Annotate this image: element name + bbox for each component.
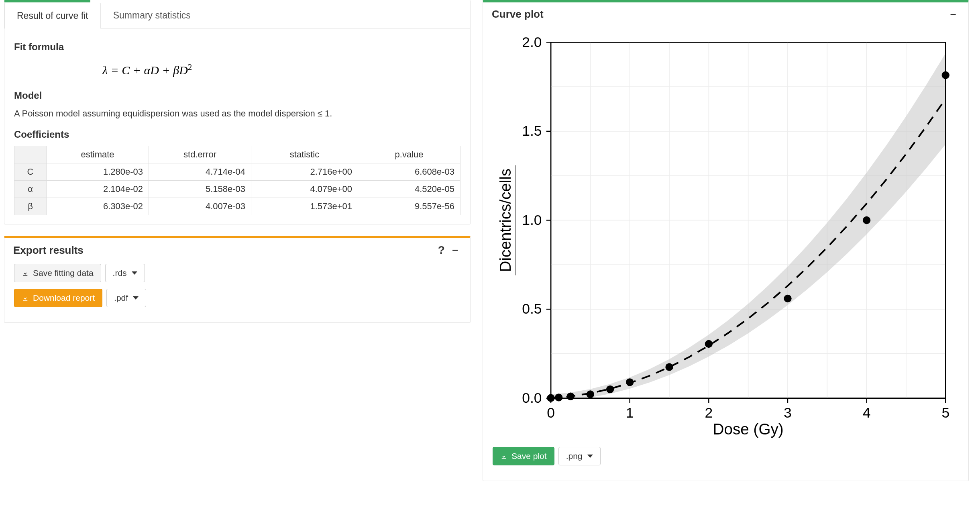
col-statistic: statistic — [251, 146, 358, 163]
svg-point-25 — [784, 295, 791, 302]
export-panel-title: Export results — [13, 244, 84, 257]
svg-text:0.0: 0.0 — [522, 390, 542, 406]
chevron-down-icon — [587, 455, 593, 458]
svg-text:2.0: 2.0 — [522, 34, 542, 50]
save-fitting-data-label: Save fitting data — [33, 268, 94, 278]
svg-text:1.0: 1.0 — [522, 212, 542, 228]
chevron-down-icon — [133, 296, 139, 300]
row-name: α — [14, 181, 47, 198]
col-estimate: estimate — [47, 146, 149, 163]
save-plot-format-dropdown[interactable]: .png — [558, 447, 601, 465]
row-name: C — [14, 163, 47, 181]
download-report-format-value: .pdf — [114, 293, 128, 303]
download-icon — [22, 269, 29, 277]
download-icon — [500, 453, 507, 460]
cell-stderr: 4.714e-04 — [149, 163, 251, 181]
cell-pvalue: 6.608e-03 — [358, 163, 460, 181]
svg-point-18 — [555, 394, 562, 401]
save-plot-format-value: .png — [566, 451, 583, 461]
svg-point-23 — [665, 363, 673, 371]
svg-text:0.5: 0.5 — [522, 301, 542, 317]
svg-point-20 — [587, 390, 594, 398]
save-plot-label: Save plot — [511, 451, 547, 461]
chevron-down-icon — [132, 271, 137, 275]
svg-text:1.5: 1.5 — [522, 123, 542, 139]
cell-statistic: 4.079e+00 — [251, 181, 358, 198]
export-results-panel: Export results ? − Save fitting data .rd… — [4, 236, 471, 323]
fit-formula-heading: Fit formula — [14, 41, 460, 53]
collapse-icon[interactable]: − — [947, 9, 959, 20]
download-report-label: Download report — [33, 293, 95, 303]
svg-text:0: 0 — [547, 405, 555, 421]
svg-text:Dose (Gy): Dose (Gy) — [713, 420, 784, 438]
tab-result-of-curve-fit[interactable]: Result of curve fit — [4, 3, 101, 29]
curve-plot-chart: 0123450.00.51.01.52.0Dose (Gy)Dicentrics… — [493, 29, 959, 444]
svg-point-21 — [606, 385, 614, 393]
coefficients-heading: Coefficients — [14, 129, 460, 140]
save-fitting-data-button[interactable]: Save fitting data — [14, 264, 101, 282]
save-plot-button[interactable]: Save plot — [493, 447, 554, 465]
cell-statistic: 2.716e+00 — [251, 163, 358, 181]
svg-text:3: 3 — [784, 405, 792, 421]
model-heading: Model — [14, 90, 460, 101]
model-description: A Poisson model assuming equidispersion … — [14, 107, 460, 120]
table-row: β6.303e-024.007e-031.573e+019.557e-56 — [14, 198, 460, 215]
cell-stderr: 5.158e-03 — [149, 181, 251, 198]
svg-point-19 — [567, 393, 575, 400]
collapse-icon[interactable]: − — [449, 245, 461, 255]
download-report-format-dropdown[interactable]: .pdf — [106, 289, 146, 307]
cell-pvalue: 9.557e-56 — [358, 198, 460, 215]
svg-text:Dicentrics/cells: Dicentrics/cells — [497, 169, 514, 272]
svg-text:5: 5 — [941, 405, 949, 421]
download-icon — [22, 294, 29, 302]
col-pvalue: p.value — [358, 146, 460, 163]
cell-statistic: 1.573e+01 — [251, 198, 358, 215]
curve-plot-title: Curve plot — [492, 8, 544, 20]
svg-point-26 — [863, 216, 870, 224]
save-fitting-format-value: .rds — [113, 268, 127, 278]
cell-estimate: 2.104e-02 — [47, 181, 149, 198]
svg-text:1: 1 — [626, 405, 634, 421]
curve-plot-panel: Curve plot − 0123450.00.51.01.52.0Dose (… — [483, 0, 969, 481]
table-row: α2.104e-025.158e-034.079e+004.520e-05 — [14, 181, 460, 198]
tabs-bar: Result of curve fit Summary statistics — [4, 2, 470, 29]
help-icon[interactable]: ? — [434, 244, 449, 257]
table-row: C1.280e-034.714e-042.716e+006.608e-03 — [14, 163, 460, 181]
svg-point-22 — [626, 378, 634, 386]
row-name: β — [14, 198, 47, 215]
download-report-button[interactable]: Download report — [14, 289, 102, 307]
col-stderr: std.error — [149, 146, 251, 163]
coefficients-table: estimate std.error statistic p.value C1.… — [14, 146, 460, 215]
table-corner — [14, 146, 47, 163]
cell-stderr: 4.007e-03 — [149, 198, 251, 215]
save-fitting-format-dropdown[interactable]: .rds — [105, 264, 145, 282]
fit-results-panel: Result of curve fit Summary statistics F… — [4, 0, 471, 224]
svg-text:4: 4 — [863, 405, 871, 421]
tab-summary-statistics[interactable]: Summary statistics — [101, 2, 203, 28]
cell-estimate: 1.280e-03 — [47, 163, 149, 181]
svg-point-24 — [705, 340, 713, 348]
cell-pvalue: 4.520e-05 — [358, 181, 460, 198]
fit-formula: λ = C + αD + βD2 — [14, 58, 460, 81]
cell-estimate: 6.303e-02 — [47, 198, 149, 215]
svg-text:2: 2 — [705, 405, 713, 421]
